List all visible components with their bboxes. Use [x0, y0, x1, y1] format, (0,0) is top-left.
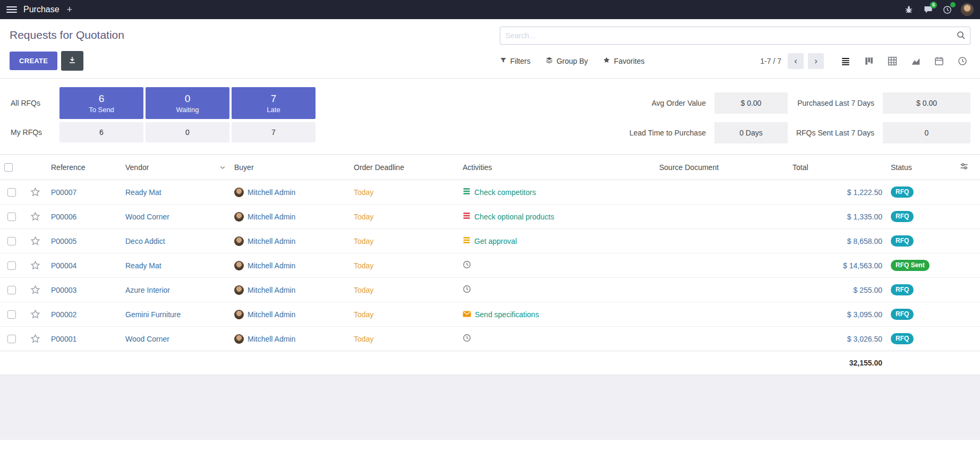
- activity-list-icon[interactable]: [463, 188, 471, 197]
- activity-link[interactable]: Send specifications: [475, 310, 539, 319]
- list-view-button[interactable]: [838, 53, 854, 69]
- reference-link[interactable]: P00003: [51, 286, 76, 294]
- activity-envelope-icon[interactable]: [463, 310, 471, 319]
- apps-menu-icon[interactable]: [6, 6, 17, 13]
- my-to-send-count[interactable]: 6: [59, 122, 143, 142]
- optional-columns-button[interactable]: [956, 155, 980, 180]
- row-checkbox[interactable]: [7, 261, 16, 270]
- table-row[interactable]: P00002 Gemini Furniture Mitchell Admin T…: [0, 302, 980, 327]
- activity-clock-icon[interactable]: [463, 334, 471, 344]
- control-panel: Requests for Quotation CREATE Filters: [0, 19, 980, 79]
- activity-list-icon[interactable]: [463, 236, 471, 245]
- create-button[interactable]: CREATE: [10, 52, 57, 70]
- buyer-link[interactable]: Mitchell Admin: [248, 237, 295, 245]
- search-icon[interactable]: [957, 31, 966, 41]
- column-header-activities[interactable]: Activities: [458, 155, 655, 180]
- activity-view-button[interactable]: [955, 53, 970, 69]
- table-row[interactable]: P00006 Wood Corner Mitchell Admin Today …: [0, 205, 980, 229]
- vendor-link[interactable]: Ready Mat: [125, 261, 161, 270]
- search-input[interactable]: [500, 27, 970, 45]
- user-avatar[interactable]: [961, 3, 974, 16]
- favorites-label: Favorites: [614, 57, 645, 65]
- reference-link[interactable]: P00006: [51, 213, 76, 221]
- star-icon[interactable]: [30, 211, 40, 222]
- activities-icon[interactable]: [942, 4, 952, 15]
- activity-link[interactable]: Get approval: [474, 237, 517, 245]
- group-by-button[interactable]: Group By: [546, 56, 588, 65]
- pager-next-button[interactable]: ›: [808, 53, 824, 69]
- kanban-view-button[interactable]: [861, 53, 877, 69]
- my-late-count[interactable]: 7: [232, 122, 316, 142]
- vendor-link[interactable]: Azure Interior: [125, 286, 170, 294]
- calendar-view-button[interactable]: [931, 53, 947, 69]
- buyer-link[interactable]: Mitchell Admin: [248, 310, 295, 319]
- vendor-link[interactable]: Wood Corner: [125, 335, 169, 343]
- app-title[interactable]: Purchase: [23, 5, 59, 14]
- column-header-status[interactable]: Status: [887, 155, 956, 180]
- table-row[interactable]: P00005 Deco Addict Mitchell Admin Today …: [0, 229, 980, 253]
- my-waiting-count[interactable]: 0: [146, 122, 229, 142]
- plus-icon[interactable]: +: [67, 5, 73, 14]
- buyer-link[interactable]: Mitchell Admin: [248, 286, 295, 294]
- row-checkbox[interactable]: [7, 213, 16, 221]
- favorites-button[interactable]: Favorites: [603, 56, 645, 65]
- vendor-link[interactable]: Ready Mat: [125, 188, 161, 197]
- debug-bug-icon[interactable]: [904, 4, 914, 15]
- star-icon[interactable]: [30, 285, 40, 295]
- vendor-link[interactable]: Wood Corner: [125, 213, 169, 221]
- reference-link[interactable]: P00007: [51, 188, 76, 197]
- buyer-link[interactable]: Mitchell Admin: [248, 335, 295, 343]
- table-row[interactable]: P00003 Azure Interior Mitchell Admin Tod…: [0, 278, 980, 302]
- buyer-link[interactable]: Mitchell Admin: [248, 188, 295, 197]
- vendor-link[interactable]: Deco Addict: [125, 237, 165, 245]
- row-checkbox[interactable]: [7, 310, 16, 319]
- row-checkbox[interactable]: [7, 286, 16, 294]
- my-rfqs-label[interactable]: My RFQs: [6, 122, 57, 142]
- activity-link[interactable]: Check competitors: [474, 188, 536, 197]
- table-row[interactable]: P00001 Wood Corner Mitchell Admin Today …: [0, 327, 980, 351]
- card-late[interactable]: 7 Late: [232, 87, 316, 119]
- column-header-order-deadline[interactable]: Order Deadline: [350, 155, 458, 180]
- column-header-buyer[interactable]: Buyer: [230, 155, 350, 180]
- row-checkbox[interactable]: [7, 237, 16, 245]
- star-icon[interactable]: [30, 236, 40, 246]
- column-header-vendor[interactable]: Vendor: [121, 155, 230, 180]
- column-header-total[interactable]: Total: [788, 155, 887, 180]
- star-icon[interactable]: [30, 260, 40, 270]
- graph-view-button[interactable]: [908, 53, 924, 69]
- reference-link[interactable]: P00004: [51, 261, 76, 270]
- vendor-link[interactable]: Gemini Furniture: [125, 310, 181, 319]
- select-all-checkbox[interactable]: [4, 163, 13, 172]
- column-header-source-document[interactable]: Source Document: [655, 155, 788, 180]
- export-button[interactable]: [61, 51, 83, 71]
- row-checkbox[interactable]: [7, 335, 16, 343]
- buyer-link[interactable]: Mitchell Admin: [248, 213, 295, 221]
- messages-icon[interactable]: 5: [923, 4, 933, 15]
- activity-list-icon[interactable]: [463, 212, 471, 221]
- star-icon[interactable]: [30, 334, 40, 344]
- all-rfqs-label[interactable]: All RFQs: [6, 87, 57, 119]
- status-badge: RFQ Sent: [891, 260, 930, 271]
- table-row[interactable]: P00004 Ready Mat Mitchell Admin Today $ …: [0, 253, 980, 278]
- star-icon[interactable]: [30, 309, 40, 319]
- activity-clock-icon[interactable]: [463, 260, 471, 270]
- table-row[interactable]: P00007 Ready Mat Mitchell Admin Today Ch…: [0, 180, 980, 205]
- activity-clock-icon[interactable]: [463, 285, 471, 295]
- card-to-send[interactable]: 6 To Send: [59, 87, 143, 119]
- buyer-link[interactable]: Mitchell Admin: [248, 261, 295, 270]
- pager-prev-button[interactable]: ‹: [788, 53, 804, 69]
- filters-button[interactable]: Filters: [500, 57, 531, 65]
- activity-link[interactable]: Check optional products: [474, 213, 554, 221]
- list-view-icon: [841, 56, 850, 66]
- total-amount: $ 8,658.00: [847, 237, 882, 245]
- star-icon[interactable]: [30, 187, 40, 197]
- pivot-view-button[interactable]: [884, 53, 900, 69]
- order-deadline-value: Today: [354, 213, 373, 221]
- reference-link[interactable]: P00002: [51, 310, 76, 319]
- card-waiting[interactable]: 0 Waiting: [146, 87, 229, 119]
- reference-link[interactable]: P00005: [51, 237, 76, 245]
- to-send-label: To Send: [89, 106, 114, 114]
- column-header-reference[interactable]: Reference: [47, 155, 121, 180]
- row-checkbox[interactable]: [7, 188, 16, 197]
- reference-link[interactable]: P00001: [51, 335, 76, 343]
